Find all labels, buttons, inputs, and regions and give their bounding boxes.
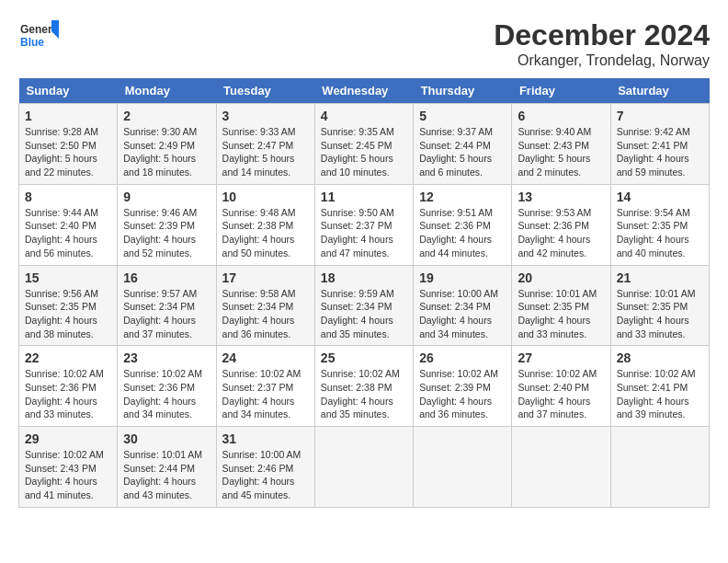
header-thursday: Thursday [414,78,512,104]
day-info: Sunrise: 10:02 AMSunset: 2:39 PMDaylight… [419,367,506,421]
calendar-cell: 4 Sunrise: 9:35 AMSunset: 2:45 PMDayligh… [314,104,413,185]
day-info: Sunrise: 10:02 AMSunset: 2:40 PMDaylight… [518,367,604,421]
header-friday: Friday [512,78,610,104]
day-info: Sunrise: 9:58 AMSunset: 2:34 PMDaylight:… [222,287,309,341]
calendar-cell [610,427,709,508]
calendar-cell [512,427,610,508]
day-number: 17 [222,270,309,285]
day-number: 1 [25,109,111,123]
calendar-week-row: 29 Sunrise: 10:02 AMSunset: 2:43 PMDayli… [19,427,710,508]
day-info: Sunrise: 9:30 AMSunset: 2:49 PMDaylight:… [123,125,210,179]
calendar-cell: 8 Sunrise: 9:44 AMSunset: 2:40 PMDayligh… [19,184,118,265]
calendar-cell: 6 Sunrise: 9:40 AMSunset: 2:43 PMDayligh… [512,104,610,185]
logo-icon: General Blue [18,18,59,59]
calendar-cell [414,427,512,508]
day-info: Sunrise: 9:59 AMSunset: 2:34 PMDaylight:… [321,287,407,341]
day-number: 18 [321,270,407,285]
page-header: General Blue December 2024 Orkanger, Tro… [18,18,710,69]
calendar-cell: 26 Sunrise: 10:02 AMSunset: 2:39 PMDayli… [414,346,512,427]
calendar-week-row: 8 Sunrise: 9:44 AMSunset: 2:40 PMDayligh… [19,184,710,265]
day-info: Sunrise: 10:02 AMSunset: 2:37 PMDaylight… [222,367,309,421]
logo: General Blue [18,18,59,59]
day-number: 25 [321,350,407,365]
day-info: Sunrise: 9:46 AMSunset: 2:39 PMDaylight:… [123,206,210,260]
calendar-cell: 14 Sunrise: 9:54 AMSunset: 2:35 PMDaylig… [610,184,709,265]
day-info: Sunrise: 10:02 AMSunset: 2:38 PMDaylight… [321,367,407,421]
calendar-table: SundayMondayTuesdayWednesdayThursdayFrid… [18,78,710,508]
day-info: Sunrise: 9:37 AMSunset: 2:44 PMDaylight:… [419,125,506,179]
day-number: 21 [617,270,703,285]
day-number: 10 [222,190,309,204]
header-monday: Monday [118,78,216,104]
calendar-cell: 13 Sunrise: 9:53 AMSunset: 2:36 PMDaylig… [512,184,610,265]
day-info: Sunrise: 9:56 AMSunset: 2:35 PMDaylight:… [25,287,111,341]
calendar-cell: 9 Sunrise: 9:46 AMSunset: 2:39 PMDayligh… [118,184,216,265]
day-number: 8 [25,190,111,204]
calendar-cell: 3 Sunrise: 9:33 AMSunset: 2:47 PMDayligh… [216,104,314,185]
day-info: Sunrise: 9:40 AMSunset: 2:43 PMDaylight:… [518,125,604,179]
calendar-cell: 22 Sunrise: 10:02 AMSunset: 2:36 PMDayli… [19,346,118,427]
day-number: 4 [321,109,407,123]
day-number: 16 [123,270,210,285]
calendar-cell: 1 Sunrise: 9:28 AMSunset: 2:50 PMDayligh… [19,104,118,185]
day-number: 3 [222,109,309,123]
calendar-cell: 5 Sunrise: 9:37 AMSunset: 2:44 PMDayligh… [414,104,512,185]
day-info: Sunrise: 10:02 AMSunset: 2:36 PMDaylight… [25,367,111,421]
calendar-cell: 19 Sunrise: 10:00 AMSunset: 2:34 PMDayli… [414,265,512,346]
day-number: 9 [123,190,210,204]
day-number: 6 [518,109,604,123]
calendar-cell: 2 Sunrise: 9:30 AMSunset: 2:49 PMDayligh… [118,104,216,185]
calendar-cell: 12 Sunrise: 9:51 AMSunset: 2:36 PMDaylig… [414,184,512,265]
header-saturday: Saturday [610,78,709,104]
day-number: 28 [617,350,703,365]
calendar-week-row: 15 Sunrise: 9:56 AMSunset: 2:35 PMDaylig… [19,265,710,346]
day-number: 15 [25,270,111,285]
day-info: Sunrise: 9:53 AMSunset: 2:36 PMDaylight:… [518,206,604,260]
header-tuesday: Tuesday [216,78,314,104]
calendar-cell: 20 Sunrise: 10:01 AMSunset: 2:35 PMDayli… [512,265,610,346]
page-title: December 2024 [494,18,710,52]
day-number: 12 [419,190,506,204]
svg-text:Blue: Blue [20,36,44,49]
calendar-cell: 10 Sunrise: 9:48 AMSunset: 2:38 PMDaylig… [216,184,314,265]
day-number: 7 [617,109,703,123]
day-info: Sunrise: 10:02 AMSunset: 2:43 PMDaylight… [25,448,111,502]
day-number: 13 [518,190,604,204]
calendar-cell: 17 Sunrise: 9:58 AMSunset: 2:34 PMDaylig… [216,265,314,346]
calendar-cell: 15 Sunrise: 9:56 AMSunset: 2:35 PMDaylig… [19,265,118,346]
page-subtitle: Orkanger, Trondelag, Norway [494,52,710,69]
day-number: 11 [321,190,407,204]
day-number: 22 [25,350,111,365]
calendar-cell: 25 Sunrise: 10:02 AMSunset: 2:38 PMDayli… [314,346,413,427]
day-number: 24 [222,350,309,365]
calendar-cell: 18 Sunrise: 9:59 AMSunset: 2:34 PMDaylig… [314,265,413,346]
header-sunday: Sunday [19,78,118,104]
day-number: 5 [419,109,506,123]
day-number: 20 [518,270,604,285]
day-number: 2 [123,109,210,123]
day-info: Sunrise: 10:01 AMSunset: 2:44 PMDaylight… [123,448,210,502]
day-number: 31 [222,431,309,446]
calendar-week-row: 1 Sunrise: 9:28 AMSunset: 2:50 PMDayligh… [19,104,710,185]
day-number: 14 [617,190,703,204]
calendar-cell: 30 Sunrise: 10:01 AMSunset: 2:44 PMDayli… [118,427,216,508]
day-info: Sunrise: 9:35 AMSunset: 2:45 PMDaylight:… [321,125,407,179]
day-info: Sunrise: 9:54 AMSunset: 2:35 PMDaylight:… [617,206,703,260]
day-number: 29 [25,431,111,446]
calendar-week-row: 22 Sunrise: 10:02 AMSunset: 2:36 PMDayli… [19,346,710,427]
calendar-cell: 31 Sunrise: 10:00 AMSunset: 2:46 PMDayli… [216,427,314,508]
day-info: Sunrise: 9:28 AMSunset: 2:50 PMDaylight:… [25,125,111,179]
day-info: Sunrise: 10:01 AMSunset: 2:35 PMDaylight… [518,287,604,341]
day-number: 30 [123,431,210,446]
day-info: Sunrise: 9:51 AMSunset: 2:36 PMDaylight:… [419,206,506,260]
day-info: Sunrise: 9:50 AMSunset: 2:37 PMDaylight:… [321,206,407,260]
calendar-cell: 24 Sunrise: 10:02 AMSunset: 2:37 PMDayli… [216,346,314,427]
day-info: Sunrise: 9:44 AMSunset: 2:40 PMDaylight:… [25,206,111,260]
calendar-cell: 28 Sunrise: 10:02 AMSunset: 2:41 PMDayli… [610,346,709,427]
day-info: Sunrise: 10:00 AMSunset: 2:34 PMDaylight… [419,287,506,341]
calendar-cell: 21 Sunrise: 10:01 AMSunset: 2:35 PMDayli… [610,265,709,346]
calendar-cell: 11 Sunrise: 9:50 AMSunset: 2:37 PMDaylig… [314,184,413,265]
calendar-cell: 16 Sunrise: 9:57 AMSunset: 2:34 PMDaylig… [118,265,216,346]
day-info: Sunrise: 9:33 AMSunset: 2:47 PMDaylight:… [222,125,309,179]
calendar-cell: 27 Sunrise: 10:02 AMSunset: 2:40 PMDayli… [512,346,610,427]
